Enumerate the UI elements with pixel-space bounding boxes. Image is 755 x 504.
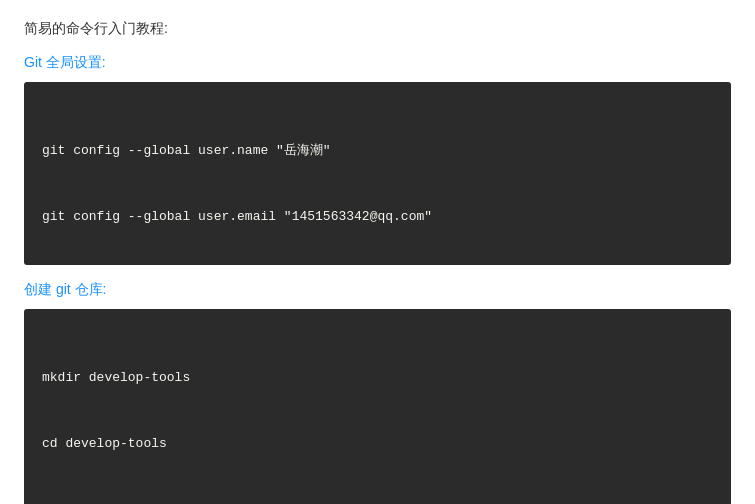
create-repo-section-label: 创建 git 仓库: [24,281,731,299]
git-config-section-label: Git 全局设置: [24,54,731,72]
page-heading: 简易的命令行入门教程: [24,20,731,38]
code-line-4: cd develop-tools [42,433,713,455]
code-line-2: git config --global user.email "14515633… [42,206,713,228]
git-config-code-block: git config --global user.name "岳海潮" git … [24,82,731,265]
code-line-5: git init [42,499,713,504]
code-line-3: mkdir develop-tools [42,367,713,389]
code-line-1: git config --global user.name "岳海潮" [42,140,713,162]
create-repo-code-block: mkdir develop-tools cd develop-tools git… [24,309,731,504]
